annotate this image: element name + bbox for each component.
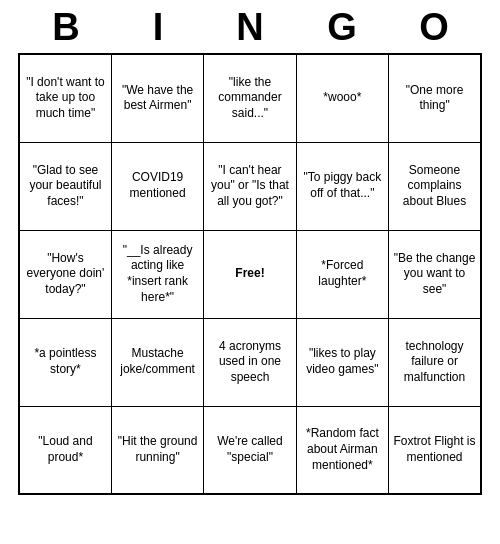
grid-cell-r2-c2[interactable]: Free! (204, 230, 296, 318)
letter-i: I (128, 6, 188, 49)
grid-cell-r0-c3[interactable]: *wooo* (296, 54, 388, 142)
grid-cell-r2-c1[interactable]: "__Is already acting like *insert rank h… (111, 230, 203, 318)
grid-cell-r1-c2[interactable]: "I can't hear you" or "Is that all you g… (204, 142, 296, 230)
bingo-grid: "I don't want to take up too much time""… (18, 53, 482, 495)
grid-cell-r4-c0[interactable]: "Loud and proud* (19, 406, 111, 494)
grid-cell-r4-c4[interactable]: Foxtrot Flight is mentioned (389, 406, 481, 494)
bingo-title: B I N G O (20, 0, 480, 53)
letter-o: O (404, 6, 464, 49)
grid-cell-r0-c0[interactable]: "I don't want to take up too much time" (19, 54, 111, 142)
grid-cell-r3-c1[interactable]: Mustache joke/comment (111, 318, 203, 406)
grid-cell-r0-c4[interactable]: "One more thing" (389, 54, 481, 142)
grid-cell-r1-c3[interactable]: "To piggy back off of that..." (296, 142, 388, 230)
grid-cell-r0-c1[interactable]: "We have the best Airmen" (111, 54, 203, 142)
grid-cell-r2-c0[interactable]: "How's everyone doin' today?" (19, 230, 111, 318)
grid-cell-r0-c2[interactable]: "like the commander said..." (204, 54, 296, 142)
grid-cell-r4-c2[interactable]: We're called "special" (204, 406, 296, 494)
grid-cell-r1-c4[interactable]: Someone complains about Blues (389, 142, 481, 230)
grid-cell-r3-c3[interactable]: "likes to play video games" (296, 318, 388, 406)
letter-b: B (36, 6, 96, 49)
grid-cell-r3-c0[interactable]: *a pointless story* (19, 318, 111, 406)
letter-n: N (220, 6, 280, 49)
grid-cell-r4-c3[interactable]: *Random fact about Airman mentioned* (296, 406, 388, 494)
grid-cell-r3-c4[interactable]: technology failure or malfunction (389, 318, 481, 406)
letter-g: G (312, 6, 372, 49)
grid-cell-r1-c0[interactable]: "Glad to see your beautiful faces!" (19, 142, 111, 230)
grid-cell-r1-c1[interactable]: COVID19 mentioned (111, 142, 203, 230)
grid-cell-r2-c4[interactable]: "Be the change you want to see" (389, 230, 481, 318)
grid-cell-r4-c1[interactable]: "Hit the ground running" (111, 406, 203, 494)
grid-cell-r2-c3[interactable]: *Forced laughter* (296, 230, 388, 318)
grid-cell-r3-c2[interactable]: 4 acronyms used in one speech (204, 318, 296, 406)
